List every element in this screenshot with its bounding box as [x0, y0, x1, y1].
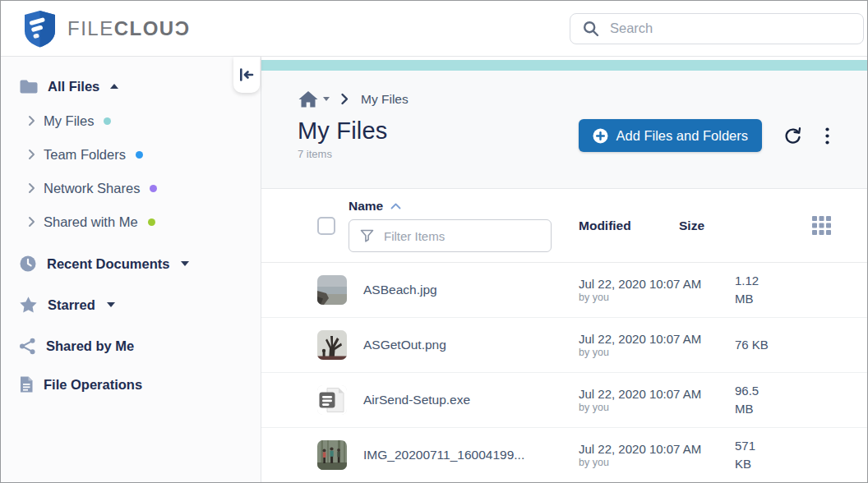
- table-row[interactable]: ASBeach.jpg Jul 22, 2020 10:07 AM by you…: [261, 263, 867, 318]
- collapse-sidebar-button[interactable]: [233, 57, 260, 93]
- share-icon: [19, 338, 36, 355]
- file-name[interactable]: IMG_20200711_16004199...: [349, 448, 579, 462]
- caret-down-icon: [107, 302, 115, 307]
- app-header: FILECLOUƆ: [1, 1, 867, 57]
- file-icon: [19, 375, 34, 393]
- title-row: My Files 7 items A: [298, 117, 831, 160]
- file-list: ASBeach.jpg Jul 22, 2020 10:07 AM by you…: [261, 263, 867, 483]
- modified-by: by you: [579, 402, 735, 413]
- caret-up-icon: [110, 84, 118, 89]
- table-header: Name: [261, 189, 867, 263]
- status-dot: [150, 185, 157, 192]
- sidebar-item-shared-by-me[interactable]: Shared by Me: [19, 334, 261, 358]
- grid-view-button[interactable]: [812, 216, 831, 235]
- chevron-right-icon: [28, 216, 35, 228]
- filecloud-shield-icon: [23, 10, 57, 48]
- file-table: Name: [261, 189, 867, 483]
- sidebar-item-label: Network Shares: [44, 181, 140, 196]
- modified-by: by you: [579, 292, 735, 303]
- sidebar-nav: All Files My Files Team Folders: [1, 57, 261, 397]
- search-input[interactable]: [610, 21, 863, 36]
- file-thumbnail: [317, 385, 347, 415]
- sidebar-item-label: Shared with Me: [44, 214, 138, 230]
- kebab-menu-icon: [825, 127, 829, 145]
- sidebar-item-file-operations[interactable]: File Operations: [19, 372, 261, 397]
- file-size: 96.5 MB: [735, 382, 804, 419]
- file-thumbnail: [317, 275, 347, 305]
- status-dot: [148, 218, 155, 226]
- modified-date: Jul 22, 2020 10:07 AM: [579, 332, 735, 346]
- chevron-right-icon: [28, 149, 35, 160]
- filecloud-window: FILECLOUƆ: [0, 0, 868, 483]
- sidebar-item-all-files[interactable]: All Files: [19, 73, 261, 99]
- file-size: 571 KB: [735, 437, 804, 474]
- refresh-button[interactable]: [782, 125, 804, 147]
- table-row[interactable]: IMG_20200711_16004199... Jul 22, 2020 10…: [261, 428, 867, 483]
- sidebar-item-starred[interactable]: Starred: [19, 292, 261, 317]
- file-thumbnail: [317, 330, 347, 360]
- column-header-name[interactable]: Name: [349, 199, 383, 214]
- clock-icon: [19, 255, 37, 273]
- sidebar-item-label: My Files: [44, 113, 94, 129]
- filter-items-box[interactable]: [349, 219, 552, 252]
- add-files-button-label: Add Files and Folders: [616, 128, 749, 144]
- sidebar-item-network-shares[interactable]: Network Shares: [19, 176, 261, 200]
- file-modified: Jul 22, 2020 10:07 AM by you: [579, 387, 735, 413]
- breadcrumb-current[interactable]: My Files: [361, 92, 409, 107]
- global-search[interactable]: [570, 13, 864, 44]
- caret-down-icon: [181, 261, 189, 266]
- filter-items-input[interactable]: [384, 229, 551, 243]
- chevron-right-icon: [28, 182, 35, 194]
- sidebar: All Files My Files Team Folders: [1, 57, 261, 483]
- main-content: My Files My Files 7 items: [261, 57, 867, 483]
- file-name[interactable]: ASBeach.jpg: [349, 283, 579, 297]
- home-icon[interactable]: [298, 90, 319, 109]
- file-name[interactable]: ASGetOut.png: [349, 338, 579, 352]
- breadcrumb-separator-icon: [340, 93, 349, 105]
- file-modified: Jul 22, 2020 10:07 AM by you: [579, 332, 735, 358]
- column-header-modified[interactable]: Modified: [579, 218, 631, 232]
- sidebar-item-recent-documents[interactable]: Recent Documents: [19, 251, 261, 276]
- sidebar-item-label: All Files: [48, 79, 99, 94]
- file-size: 1.12 MB: [735, 272, 804, 309]
- refresh-icon: [783, 126, 802, 145]
- file-name[interactable]: AirSend-Setup.exe: [349, 393, 579, 407]
- modified-by: by you: [579, 457, 735, 468]
- sidebar-item-label: Recent Documents: [47, 256, 169, 272]
- modified-date: Jul 22, 2020 10:07 AM: [579, 277, 735, 291]
- sidebar-item-label: Starred: [48, 297, 95, 313]
- select-all-checkbox[interactable]: [317, 217, 335, 235]
- page-header: My Files My Files 7 items: [261, 71, 867, 189]
- folder-icon: [19, 79, 39, 94]
- status-dot: [136, 151, 143, 159]
- table-row[interactable]: ASGetOut.png Jul 22, 2020 10:07 AM by yo…: [261, 318, 867, 373]
- breadcrumb-caret-icon[interactable]: [323, 97, 330, 101]
- table-row[interactable]: AirSend-Setup.exe Jul 22, 2020 10:07 AM …: [261, 373, 867, 428]
- accent-bar: [261, 60, 867, 71]
- sidebar-item-shared-with-me[interactable]: Shared with Me: [19, 209, 261, 234]
- breadcrumb: My Files: [298, 88, 831, 110]
- funnel-icon: [360, 229, 374, 242]
- grid-view-icon: [812, 216, 831, 235]
- sidebar-item-my-files[interactable]: My Files: [19, 108, 261, 133]
- column-header-size[interactable]: Size: [679, 218, 704, 232]
- collapse-arrow-icon: [239, 68, 254, 81]
- sidebar-item-label: Shared by Me: [46, 338, 134, 354]
- file-thumbnail: [317, 440, 347, 470]
- file-size: 76 KB: [735, 336, 804, 355]
- file-modified: Jul 22, 2020 10:07 AM by you: [579, 277, 735, 303]
- status-dot: [104, 117, 111, 125]
- more-options-button[interactable]: [824, 126, 831, 146]
- plus-circle-icon: [593, 128, 608, 144]
- modified-date: Jul 22, 2020 10:07 AM: [579, 442, 735, 456]
- add-files-button[interactable]: Add Files and Folders: [579, 119, 763, 152]
- filecloud-wordmark: FILECLOUƆ: [67, 17, 191, 40]
- item-count: 7 items: [298, 148, 388, 160]
- sidebar-item-label: File Operations: [44, 377, 142, 393]
- sidebar-item-team-folders[interactable]: Team Folders: [19, 142, 261, 167]
- modified-by: by you: [579, 347, 735, 358]
- sort-ascending-icon[interactable]: [390, 203, 401, 209]
- page-title: My Files: [298, 117, 388, 145]
- star-icon: [19, 296, 38, 314]
- sidebar-item-label: Team Folders: [44, 147, 126, 163]
